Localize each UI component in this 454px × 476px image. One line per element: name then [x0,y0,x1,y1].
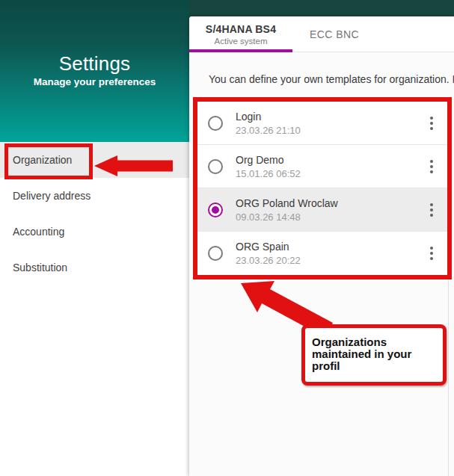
sidebar-item-label: Substitution [13,262,67,273]
sidebar-nav: Organization Delivery address Accounting… [0,142,189,285]
sidebar-item-accounting[interactable]: Accounting [0,214,189,250]
sidebar-item-organization[interactable]: Organization [0,142,189,178]
list-item-title: Org Demo [236,154,301,166]
tab-label: ECC BNC [310,28,359,40]
settings-header: Settings Manage your preferences [0,0,189,142]
tab-sublabel: Active system [215,37,268,46]
kebab-menu-icon[interactable] [429,115,435,132]
sidebar-item-label: Accounting [13,226,64,238]
organization-template-list: Login 23.03.26 21:10 Org Demo 15.01.26 0… [193,97,452,279]
list-item-title: ORG Spain [236,241,301,253]
list-item-login[interactable]: Login 23.03.26 21:10 [197,102,447,145]
tab-ecc-bnc[interactable]: ECC BNC [292,16,376,52]
radio-button-selected-icon[interactable] [208,203,223,217]
list-item-org-spain[interactable]: ORG Spain 23.03.26 20:22 [197,232,447,275]
settings-content-card: S/4HANA BS4 Active system ECC BNC You ca… [189,16,454,476]
tab-label: S/4HANA BS4 [206,23,276,35]
panel-edge-divider [448,279,449,476]
tab-s4hana-bs4[interactable]: S/4HANA BS4 Active system [189,16,292,52]
list-item-org-demo[interactable]: Org Demo 15.01.26 06:52 [197,145,447,188]
callout-text: Organizations maintained in your profil [312,336,411,372]
list-item-title: ORG Poland Wroclaw [236,197,338,209]
radio-button-icon[interactable] [208,246,223,261]
radio-button-icon[interactable] [208,116,223,131]
sidebar-item-label: Organization [13,154,72,166]
list-item-text: ORG Poland Wroclaw 09.03.26 14:48 [236,197,338,223]
sidebar-item-substitution[interactable]: Substitution [0,250,189,285]
active-tab-indicator [189,49,292,52]
settings-sidebar: Settings Manage your preferences Organiz… [0,0,189,476]
kebab-menu-icon[interactable] [429,158,435,175]
list-item-timestamp: 23.03.26 21:10 [236,125,301,136]
page-subtitle: Manage your preferences [0,76,189,87]
list-item-title: Login [236,111,301,123]
sidebar-item-delivery-address[interactable]: Delivery address [0,178,189,214]
organizations-callout: Organizations maintained in your profil [301,324,447,386]
page-title: Settings [0,52,189,75]
sidebar-item-label: Delivery address [13,190,91,202]
list-item-text: Login 23.03.26 21:10 [236,111,301,136]
list-item-timestamp: 23.03.26 20:22 [236,255,301,266]
list-item-timestamp: 09.03.26 14:48 [236,211,338,223]
list-item-org-poland-wroclaw[interactable]: ORG Poland Wroclaw 09.03.26 14:48 [197,188,447,232]
radio-button-icon[interactable] [208,159,223,174]
list-item-text: Org Demo 15.01.26 06:52 [236,154,301,179]
kebab-menu-icon[interactable] [429,245,435,262]
list-item-text: ORG Spain 23.03.26 20:22 [236,241,301,266]
kebab-menu-icon[interactable] [429,202,435,218]
system-tabbar: S/4HANA BS4 Active system ECC BNC [189,16,454,52]
list-item-timestamp: 15.01.26 06:52 [236,168,301,179]
templates-description: You can define your own templates for or… [209,73,454,85]
